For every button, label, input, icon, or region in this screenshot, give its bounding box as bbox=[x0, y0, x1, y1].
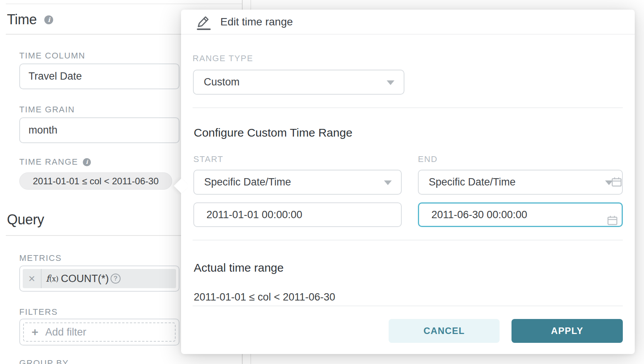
time-column-label: TIME COLUMN bbox=[19, 51, 86, 61]
info-icon[interactable]: i bbox=[83, 158, 91, 166]
actual-time-range-value: 2011-01-01 ≤ col < 2011-06-30 bbox=[194, 291, 335, 303]
section-divider bbox=[193, 240, 623, 240]
chip-divider bbox=[41, 269, 42, 288]
popover-title: Edit time range bbox=[220, 16, 293, 28]
end-mode-value: Specific Date/Time bbox=[419, 176, 516, 188]
time-range-header: TIME RANGE i bbox=[19, 157, 91, 167]
end-label: END bbox=[418, 154, 438, 164]
fn-f: f bbox=[46, 273, 49, 284]
start-datetime-input[interactable] bbox=[193, 202, 402, 227]
time-range-pill[interactable]: 2011-01-01 ≤ col < 2011-06-30 bbox=[19, 172, 172, 190]
range-type-select[interactable]: Custom bbox=[193, 70, 404, 95]
filters-field: + Add filter bbox=[19, 319, 179, 346]
function-icon: f(x) bbox=[46, 269, 59, 288]
time-column-value: Travel Date bbox=[20, 70, 82, 82]
footer-divider bbox=[193, 306, 623, 306]
apply-button[interactable]: APPLY bbox=[512, 319, 623, 343]
edit-time-range-popover: Edit time range RANGE TYPE Custom Config… bbox=[181, 10, 635, 354]
add-filter-label: Add filter bbox=[45, 326, 87, 338]
fn-args: (x) bbox=[49, 275, 59, 283]
info-glyph: i bbox=[48, 16, 50, 23]
popover-arrow bbox=[174, 178, 189, 194]
edit-pencil-icon bbox=[195, 13, 212, 31]
time-column-select[interactable]: Travel Date bbox=[19, 63, 179, 89]
add-filter-button[interactable]: + Add filter bbox=[23, 322, 176, 342]
actual-time-range-heading: Actual time range bbox=[194, 261, 283, 274]
calendar-icon[interactable] bbox=[611, 176, 622, 188]
time-grain-select[interactable]: month bbox=[19, 117, 179, 143]
calendar-icon[interactable] bbox=[607, 215, 618, 226]
help-icon[interactable]: ? bbox=[111, 274, 121, 284]
cancel-button[interactable]: CANCEL bbox=[389, 319, 500, 343]
start-label: START bbox=[193, 154, 223, 164]
remove-metric-icon[interactable]: × bbox=[23, 269, 41, 288]
panel-top-border bbox=[6, 3, 242, 4]
end-mode-select[interactable]: Specific Date/Time bbox=[418, 170, 623, 195]
plus-icon: + bbox=[32, 326, 39, 338]
query-section-title: Query bbox=[7, 212, 44, 228]
popover-header: Edit time range bbox=[181, 10, 635, 35]
time-range-label: TIME RANGE bbox=[19, 157, 78, 167]
range-type-value: Custom bbox=[194, 76, 240, 88]
start-mode-select[interactable]: Specific Date/Time bbox=[193, 170, 402, 195]
time-section-header: Time i bbox=[7, 12, 53, 28]
info-icon[interactable]: i bbox=[44, 15, 53, 24]
time-section-title: Time bbox=[7, 12, 37, 28]
section-divider bbox=[193, 107, 623, 108]
explore-page: Time i TIME COLUMN Travel Date TIME GRAI… bbox=[0, 0, 644, 364]
filters-label: FILTERS bbox=[19, 307, 58, 317]
end-datetime-input[interactable] bbox=[418, 202, 623, 227]
metrics-label: METRICS bbox=[19, 253, 62, 263]
start-mode-value: Specific Date/Time bbox=[194, 176, 291, 188]
info-glyph: i bbox=[86, 159, 88, 165]
chevron-down-icon bbox=[384, 180, 392, 185]
time-grain-value: month bbox=[20, 124, 57, 136]
group-by-label: GROUP BY bbox=[19, 358, 69, 364]
metric-chip[interactable]: × f(x) COUNT(*) ? bbox=[23, 269, 176, 288]
configure-heading: Configure Custom Time Range bbox=[194, 126, 352, 139]
metric-name: COUNT(*) bbox=[61, 269, 109, 288]
metrics-field[interactable]: × f(x) COUNT(*) ? bbox=[19, 265, 179, 292]
chevron-down-icon bbox=[387, 80, 394, 85]
time-grain-label: TIME GRAIN bbox=[19, 105, 75, 115]
range-type-label: RANGE TYPE bbox=[193, 53, 253, 63]
